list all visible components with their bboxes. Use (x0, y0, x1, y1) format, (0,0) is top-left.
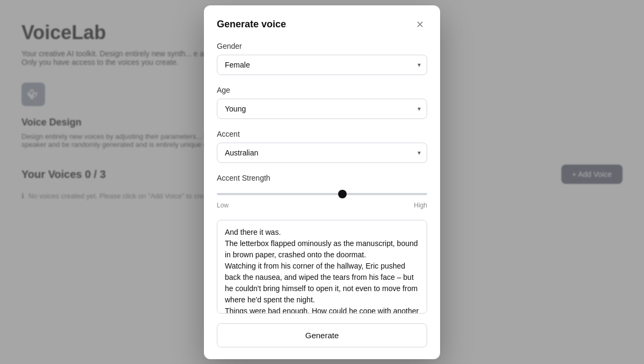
age-select-wrapper: Young Middle Aged Old ▾ (217, 99, 427, 119)
accent-group: Accent Australian American British India… (217, 130, 427, 163)
age-select[interactable]: Young Middle Aged Old (217, 99, 427, 119)
modal-title: Generate voice (217, 19, 286, 30)
accent-select[interactable]: Australian American British Indian (217, 143, 427, 163)
accent-strength-group: Accent Strength Low High (217, 174, 427, 209)
slider-labels: Low High (217, 202, 427, 209)
gender-select-wrapper: Female Male ▾ (217, 55, 427, 75)
modal-close-button[interactable]: ✕ (412, 17, 427, 32)
text-input-group: And there it was. The letterbox flapped … (217, 220, 427, 317)
voice-text-input[interactable]: And there it was. The letterbox flapped … (217, 220, 427, 314)
slider-low-label: Low (217, 202, 229, 209)
gender-group: Gender Female Male ▾ (217, 42, 427, 75)
modal-footer: Generate (204, 317, 440, 359)
generate-voice-modal: Generate voice ✕ Gender Female Male ▾ Ag… (204, 5, 440, 359)
gender-label: Gender (217, 42, 427, 50)
age-label: Age (217, 86, 427, 94)
modal-body: Gender Female Male ▾ Age Young Middle Ag… (204, 42, 440, 317)
gender-select[interactable]: Female Male (217, 55, 427, 75)
accent-strength-slider[interactable] (217, 193, 427, 195)
generate-button[interactable]: Generate (217, 323, 427, 347)
accent-label: Accent (217, 130, 427, 138)
modal-overlay: Generate voice ✕ Gender Female Male ▾ Ag… (0, 0, 644, 364)
accent-select-wrapper: Australian American British Indian ▾ (217, 143, 427, 163)
slider-high-label: High (414, 202, 427, 209)
accent-strength-label: Accent Strength (217, 174, 427, 182)
accent-strength-slider-container (217, 188, 427, 197)
modal-header: Generate voice ✕ (204, 5, 440, 42)
age-group: Age Young Middle Aged Old ▾ (217, 86, 427, 119)
